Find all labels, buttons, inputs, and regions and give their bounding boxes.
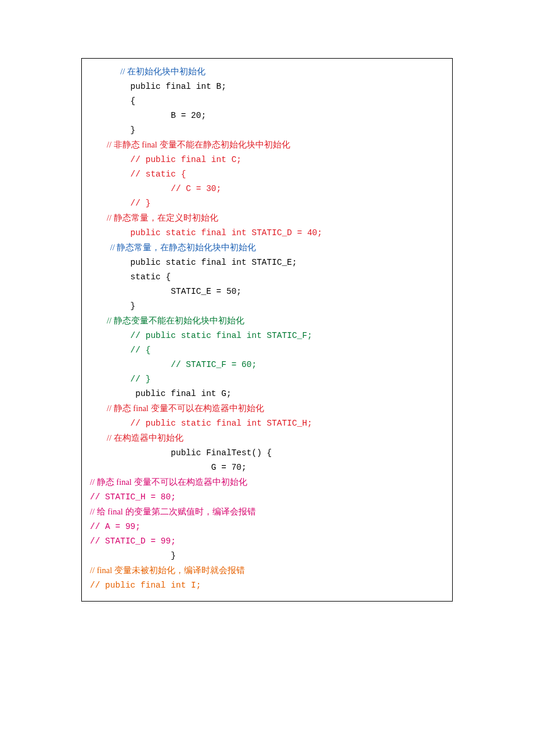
code-line: static { bbox=[90, 270, 444, 285]
code-line: // 给 final 的变量第二次赋值时，编译会报错 bbox=[90, 505, 444, 520]
code-line: } bbox=[90, 549, 444, 563]
code-line: // { bbox=[90, 343, 444, 358]
code-line: // final 变量未被初始化，编译时就会报错 bbox=[90, 563, 444, 578]
code-line: // STATIC_F = 60; bbox=[90, 358, 444, 372]
code-line: public final int G; bbox=[90, 387, 444, 401]
code-line: public static final int STATIC_D = 40; bbox=[90, 226, 444, 240]
code-line: // 静态变量不能在初始化块中初始化 bbox=[90, 314, 444, 329]
code-line: // } bbox=[90, 196, 444, 211]
code-line: // public static final int STATIC_F; bbox=[90, 329, 444, 343]
code-line: public static final int STATIC_E; bbox=[90, 255, 444, 270]
document-page: // 在初始化块中初始化 public final int B; { B = 2… bbox=[0, 0, 534, 756]
code-line: { bbox=[90, 94, 444, 109]
code-line: // STATIC_H = 80; bbox=[90, 490, 444, 505]
code-line: // 静态 final 变量不可以在构造器中初始化 bbox=[90, 401, 444, 416]
code-line: } bbox=[90, 123, 444, 138]
code-line: // 静态 final 变量不可以在构造器中初始化 bbox=[90, 475, 444, 490]
code-line: // public final int C; bbox=[90, 153, 444, 167]
code-line: STATIC_E = 50; bbox=[90, 285, 444, 299]
code-block: // 在初始化块中初始化 public final int B; { B = 2… bbox=[81, 58, 453, 602]
code-line: G = 70; bbox=[90, 460, 444, 475]
code-line: // 在构造器中初始化 bbox=[90, 431, 444, 446]
code-line: // public static final int STATIC_H; bbox=[90, 416, 444, 431]
code-line: // 非静态 final 变量不能在静态初始化块中初始化 bbox=[90, 138, 444, 153]
code-line: public final int B; bbox=[90, 80, 444, 94]
code-line: public FinalTest() { bbox=[90, 446, 444, 460]
code-line: // 静态常量，在静态初始化块中初始化 bbox=[90, 240, 444, 255]
code-line: B = 20; bbox=[90, 109, 444, 123]
code-line: // public final int I; bbox=[90, 578, 444, 593]
code-line: // A = 99; bbox=[90, 520, 444, 534]
code-line: // 静态常量，在定义时初始化 bbox=[90, 211, 444, 226]
code-line: // C = 30; bbox=[90, 182, 444, 196]
code-line: // 在初始化块中初始化 bbox=[90, 64, 444, 80]
code-line: // STATIC_D = 99; bbox=[90, 534, 444, 549]
code-line: // static { bbox=[90, 167, 444, 182]
code-line: } bbox=[90, 299, 444, 314]
code-line: // } bbox=[90, 372, 444, 387]
